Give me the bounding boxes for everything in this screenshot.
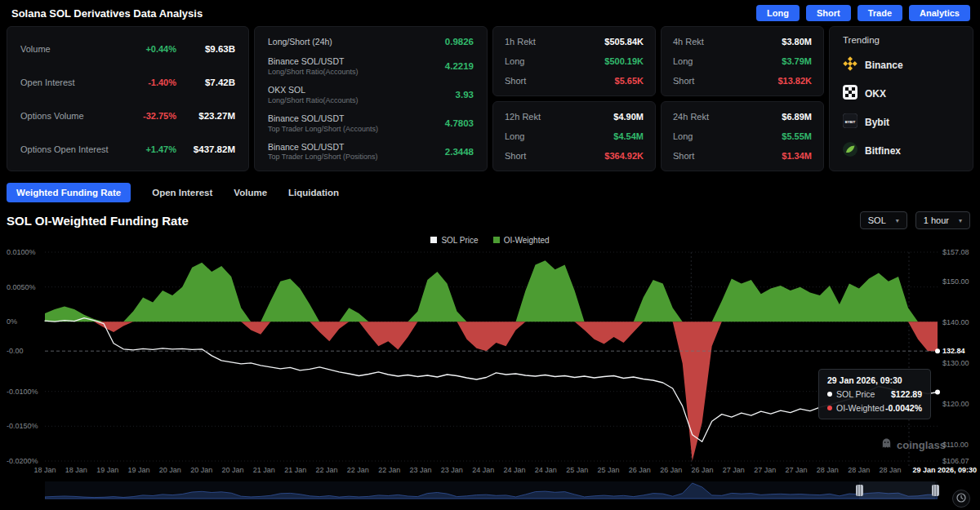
- tooltip-row: OI-Weighted -0.0042%: [827, 403, 922, 413]
- chart-controls: SOL ▾ 1 hour ▾: [860, 211, 970, 229]
- trending-title: Trending: [843, 35, 960, 45]
- svg-text:24 Jan: 24 Jan: [535, 466, 557, 474]
- svg-text:$150.00: $150.00: [942, 277, 969, 286]
- svg-text:22 Jan: 22 Jan: [347, 466, 369, 474]
- ratio-sublabel: Long/Short Ratio(Accounts): [268, 96, 359, 104]
- stat-label: Options Volume: [20, 111, 126, 121]
- stat-label: Open Interest: [20, 78, 126, 87]
- rekt-total: $4.90M: [613, 112, 644, 122]
- history-button[interactable]: [952, 490, 970, 508]
- rekt-title: 24h Rekt: [673, 112, 709, 122]
- tab-open-interest[interactable]: Open Interest: [152, 188, 212, 197]
- chart-legend: SOL Price OI-Weighted: [0, 235, 980, 245]
- interval-select[interactable]: 1 hour ▾: [915, 211, 970, 229]
- legend-label: SOL Price: [441, 236, 478, 245]
- long-button[interactable]: Long: [756, 5, 800, 21]
- rekt-long-label: Long: [673, 131, 693, 141]
- long-short-ratios-card: Long/Short (24h) 0.9826 Binance SOL/USDT…: [254, 26, 488, 171]
- svg-text:BYBIT: BYBIT: [845, 120, 856, 124]
- tab-weighted-funding-rate[interactable]: Weighted Funding Rate: [7, 183, 131, 202]
- ratio-row: OKX SOL Long/Short Ratio(Accounts) 3.93: [268, 85, 474, 104]
- trending-item-binance[interactable]: Binance: [843, 56, 960, 73]
- sol-price-dot-icon: [827, 392, 832, 397]
- ratio-row: Binance SOL/USDT Top Trader Long/Short (…: [268, 113, 474, 133]
- rekt-long-label: Long: [505, 56, 524, 66]
- rekt-short-label: Short: [673, 76, 694, 86]
- svg-text:28 Jan: 28 Jan: [817, 466, 839, 474]
- binance-icon: [843, 56, 858, 73]
- chart-header: SOL OI-Weighted Funding Rate SOL ▾ 1 hou…: [7, 211, 970, 230]
- rekt-12h-card: 12h Rekt $4.90M Long $4.54M Short $364.9…: [492, 101, 656, 171]
- trending-item-okx[interactable]: OKX: [843, 85, 960, 102]
- svg-text:-0.0150%: -0.0150%: [7, 422, 38, 430]
- svg-text:22 Jan: 22 Jan: [315, 466, 337, 474]
- svg-text:28 Jan: 28 Jan: [879, 466, 901, 474]
- tooltip-value: -0.0042%: [885, 403, 922, 413]
- trending-item-bitfinex[interactable]: Bitfinex: [843, 142, 960, 159]
- svg-text:-0.0200%: -0.0200%: [7, 457, 38, 465]
- svg-text:23 Jan: 23 Jan: [441, 466, 463, 474]
- interval-select-value: 1 hour: [924, 215, 949, 225]
- rekt-short-value: $5.65K: [615, 76, 644, 86]
- svg-text:-0.0100%: -0.0100%: [7, 388, 38, 396]
- svg-text:$130.00: $130.00: [942, 359, 969, 367]
- legend-oi-weighted[interactable]: OI-Weighted: [493, 236, 550, 245]
- rekt-long-value: $500.19K: [604, 56, 644, 66]
- navigator-window[interactable]: [859, 481, 935, 499]
- navigator-left-handle[interactable]: [856, 485, 863, 496]
- chart-tooltip: 29 Jan 2026, 09:30 SOL Price $122.89 OI-…: [818, 369, 931, 419]
- rekt-short-value: $1.34M: [782, 151, 812, 161]
- stat-value: $7.42B: [176, 78, 235, 87]
- svg-text:18 Jan: 18 Jan: [33, 466, 56, 474]
- svg-text:24 Jan: 24 Jan: [503, 466, 525, 474]
- rekt-short-label: Short: [505, 151, 526, 161]
- svg-text:$140.00: $140.00: [942, 318, 969, 326]
- tab-liquidation[interactable]: Liquidation: [288, 188, 339, 197]
- coinglass-ghost-icon: [880, 437, 893, 453]
- stat-change: +1.47%: [126, 144, 176, 154]
- chart-tabs: Weighted Funding Rate Open Interest Volu…: [7, 183, 980, 202]
- legend-sol-price[interactable]: SOL Price: [430, 236, 478, 245]
- svg-text:$110.00: $110.00: [942, 441, 969, 449]
- navigator-right-handle[interactable]: [932, 485, 939, 496]
- ratio-value: 2.3448: [445, 147, 474, 157]
- svg-text:20 Jan: 20 Jan: [190, 466, 212, 474]
- symbol-select[interactable]: SOL ▾: [860, 211, 907, 229]
- svg-text:19 Jan: 19 Jan: [96, 466, 118, 474]
- chart-navigator[interactable]: [45, 481, 938, 499]
- rekt-4h-card: 4h Rekt $3.80M Long $3.79M Short $13.82K: [661, 26, 824, 96]
- trade-button[interactable]: Trade: [858, 5, 902, 21]
- ratio-label: Binance SOL/USDT: [268, 142, 378, 153]
- svg-text:0%: 0%: [7, 317, 17, 326]
- funding-rate-chart: 0.0100%0.0050%0%-0.0100%-0.0150%-0.0200%…: [0, 246, 980, 477]
- top-header: Solana SOL Derivatives Data Analysis Lon…: [0, 0, 980, 23]
- stat-value: $9.63B: [176, 44, 235, 54]
- svg-text:-0.00: -0.00: [7, 347, 24, 355]
- chevron-down-icon: ▾: [896, 217, 899, 224]
- rekt-short-value: $13.82K: [777, 76, 812, 86]
- symbol-select-value: SOL: [868, 215, 886, 225]
- ratio-value: 0.9826: [445, 37, 474, 47]
- analytics-button[interactable]: Analytics: [909, 5, 970, 21]
- oi-weighted-dot-icon: [827, 406, 832, 410]
- navigator-mini-chart: [45, 481, 938, 499]
- svg-text:19 Jan: 19 Jan: [127, 466, 149, 474]
- tooltip-label: OI-Weighted: [836, 403, 885, 413]
- stat-label: Options Open Interest: [20, 144, 126, 154]
- header-buttons: Long Short Trade Analytics: [756, 5, 970, 21]
- tab-volume[interactable]: Volume: [234, 188, 267, 197]
- svg-text:132.84: 132.84: [942, 347, 965, 355]
- chart-plot-area[interactable]: 0.0100%0.0050%0%-0.0100%-0.0150%-0.0200%…: [0, 246, 980, 477]
- svg-text:20 Jan: 20 Jan: [159, 466, 181, 474]
- ratio-value: 4.2219: [445, 61, 474, 71]
- ratio-sublabel: Top Trader Long/Short (Positions): [268, 153, 378, 161]
- options-volume-row: Options Volume -32.75% $23.27M: [20, 111, 235, 121]
- svg-text:$120.00: $120.00: [942, 400, 969, 408]
- rekt-total: $3.80M: [782, 37, 812, 47]
- trending-item-label: Bitfinex: [865, 145, 901, 157]
- svg-text:18 Jan: 18 Jan: [65, 466, 87, 474]
- trending-item-bybit[interactable]: BYBIT Bybit: [843, 113, 960, 131]
- short-button[interactable]: Short: [806, 5, 851, 21]
- svg-text:0.0100%: 0.0100%: [7, 248, 36, 256]
- stat-value: $437.82M: [176, 144, 235, 154]
